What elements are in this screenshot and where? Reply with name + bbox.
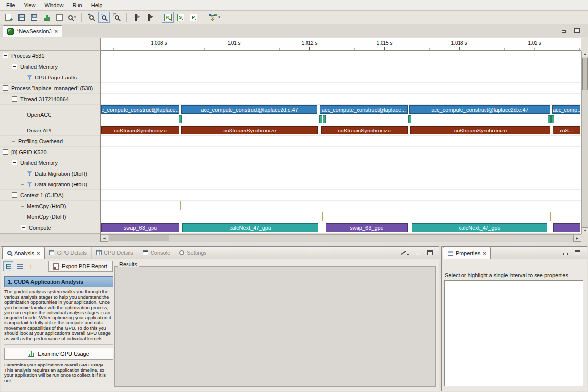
maximize-button[interactable] <box>574 250 581 256</box>
timeline-bar-driver[interactable]: cuS... <box>553 126 580 134</box>
timeline-marker-openacc[interactable] <box>179 115 182 123</box>
close-icon[interactable]: × <box>37 250 40 256</box>
collapse-icon[interactable] <box>3 53 8 58</box>
scroll-thumb[interactable] <box>109 235 169 241</box>
sidebar-row-cpu-page-faults[interactable]: CPU Page Faults <box>0 72 100 83</box>
chart-view-button[interactable] <box>41 12 52 23</box>
timeline-ruler[interactable]: 1.008 s 1.01 s 1.012 s 1.015 s 1.018 s 1… <box>101 38 581 51</box>
timeline-bar-driver[interactable]: cuStreamSynchronize <box>101 126 179 134</box>
sidebar-row-compute[interactable]: Compute <box>0 222 100 233</box>
tab-properties[interactable]: Properties × <box>443 247 491 259</box>
program-toggle-button[interactable]: P <box>187 12 199 23</box>
zoom-in-button[interactable]: + <box>85 12 97 23</box>
sidebar-row-unified-memory[interactable]: Unified Memory <box>0 61 100 72</box>
timeline-bar-compute[interactable]: calcNext_47_gpu <box>182 223 318 232</box>
tab-cpu-details[interactable]: CPU Details <box>92 247 138 259</box>
sidebar-row-memcpy-htod[interactable]: MemCpy (HtoD) <box>0 201 100 211</box>
sidebar-row-process-laplace[interactable]: Process "laplace_managed" (538) <box>0 83 100 94</box>
timeline-bar-compute[interactable]: swap_63_gpu <box>101 223 179 232</box>
tab-console[interactable]: Console <box>138 247 175 259</box>
sidebar-row-memcpy-dtoh[interactable]: MemCpy (DtoH) <box>0 211 100 222</box>
timeline-bar-openacc[interactable]: acc_compute_construct@laplace2d.c:47 <box>409 105 550 114</box>
timeline-bar-openacc[interactable]: acc_comp... <box>552 105 580 114</box>
minimize-button[interactable] <box>562 250 569 256</box>
pencil-icon[interactable] <box>401 250 408 256</box>
collapse-icon[interactable] <box>21 225 26 230</box>
timeline-bar-openacc[interactable]: acc_compute_construct@laplace2d.c:47 <box>181 105 317 114</box>
sidebar-row-openacc[interactable]: OpenACC <box>0 105 100 125</box>
timeline-bar-driver[interactable]: cuStreamSynchronize <box>181 126 318 134</box>
menu-view[interactable]: View <box>20 1 40 10</box>
close-icon[interactable]: × <box>483 250 486 256</box>
collapse-icon[interactable] <box>12 160 17 165</box>
timeline-bar-compute[interactable]: swap_63_gpu <box>326 223 408 232</box>
search-options-button[interactable]: ▼ <box>66 12 78 23</box>
next-marker-button[interactable] <box>143 12 154 23</box>
unguided-view-button[interactable] <box>15 261 25 271</box>
memcpy-tick[interactable] <box>322 212 323 221</box>
timeline-bar-driver[interactable]: cuStreamSynchronize <box>321 126 408 134</box>
scroll-thumb[interactable] <box>582 58 588 90</box>
collapse-icon[interactable] <box>12 64 17 69</box>
timeline-marker-openacc[interactable] <box>548 115 551 123</box>
sidebar-row-driver-api[interactable]: Driver API <box>0 125 100 136</box>
export-pdf-button[interactable]: Export PDF Report <box>48 261 113 272</box>
maximize-button[interactable] <box>574 27 580 33</box>
scroll-down-button[interactable]: ▼ <box>582 227 588 234</box>
tab-settings[interactable]: Settings <box>175 247 211 259</box>
horizontal-scrollbar[interactable]: ◀ ▶ <box>101 234 581 242</box>
zoom-out-button[interactable]: − <box>98 12 110 23</box>
sidebar-row-unified-memory-gpu[interactable]: Unified Memory <box>0 157 100 168</box>
timeline-marker-openacc[interactable] <box>551 115 554 123</box>
vertical-scrollbar[interactable]: ▲ ▼ <box>581 51 588 234</box>
timeline-marker-openacc[interactable] <box>319 115 322 123</box>
menu-help[interactable]: Help <box>87 1 107 10</box>
zoom-fit-button[interactable]: □ <box>111 12 123 23</box>
sidebar-row-process-4531[interactable]: Process 4531 <box>0 51 100 61</box>
minimize-button[interactable] <box>561 27 567 33</box>
save-all-button[interactable] <box>28 12 40 23</box>
menu-file[interactable]: File <box>2 1 20 10</box>
memcpy-tick[interactable] <box>550 212 551 221</box>
run-analysis-button[interactable]: ▼ <box>206 12 223 23</box>
menu-run[interactable]: Run <box>68 1 87 10</box>
minimize-button[interactable] <box>415 250 421 256</box>
scroll-up-button[interactable]: ▲ <box>582 51 588 57</box>
timeline-chart[interactable]: c_compute_construct@laplace... acc_compu… <box>101 51 581 233</box>
sidebar-row-thread[interactable]: Thread 3172140864 <box>0 94 100 105</box>
scroll-right-button[interactable]: ▶ <box>573 235 581 242</box>
maximize-button[interactable] <box>427 250 433 256</box>
close-icon[interactable]: × <box>55 28 58 34</box>
examine-gpu-usage-button[interactable]: Examine GPU Usage <box>4 348 113 360</box>
timeline-bar-openacc[interactable]: acc_compute_construct@laplace... <box>320 105 408 114</box>
session-tab[interactable]: *NewSession3 × <box>3 25 62 37</box>
sidebar-row-data-migration-htod[interactable]: Data Migration (HtoD) <box>0 179 100 190</box>
export-button[interactable]: → <box>53 12 65 23</box>
timeline-bar-compute[interactable] <box>553 223 580 232</box>
collapse-icon[interactable] <box>12 96 17 102</box>
source-toggle-button[interactable]: S <box>175 12 186 23</box>
menu-window[interactable]: Window <box>40 1 68 10</box>
new-session-button[interactable]: + <box>2 12 14 23</box>
collapse-icon[interactable] <box>3 85 8 91</box>
timeline-bar-compute[interactable]: calcNext_47_gpu <box>412 223 547 232</box>
collapse-icon[interactable] <box>3 149 8 155</box>
tab-analysis[interactable]: Analysis × <box>2 247 45 259</box>
back-button[interactable]: ↑ <box>26 261 36 271</box>
scroll-left-button[interactable]: ◀ <box>101 235 108 242</box>
save-button[interactable] <box>15 12 27 23</box>
sidebar-row-grid-k520[interactable]: [0] GRID K520 <box>0 147 100 157</box>
timeline-bar-driver[interactable]: cuStreamSynchronize <box>410 126 550 134</box>
timeline-marker-openacc[interactable] <box>323 115 326 123</box>
timeline-marker-openacc[interactable] <box>408 115 411 123</box>
sidebar-row-context-1[interactable]: Context 1 (CUDA) <box>0 190 100 201</box>
kernel-toggle-button[interactable]: K <box>162 12 174 23</box>
guided-view-button[interactable] <box>3 261 13 271</box>
prev-marker-button[interactable] <box>130 12 142 23</box>
sidebar-row-profiling-overhead[interactable]: Profiling Overhead <box>0 136 100 147</box>
sidebar-row-data-migration-dtoh[interactable]: Data Migration (DtoH) <box>0 168 100 179</box>
memcpy-tick[interactable] <box>180 201 181 210</box>
tab-gpu-details[interactable]: GPU Details <box>45 247 92 259</box>
collapse-icon[interactable] <box>12 192 17 198</box>
timeline-bar-openacc[interactable]: c_compute_construct@laplace... <box>101 105 179 114</box>
